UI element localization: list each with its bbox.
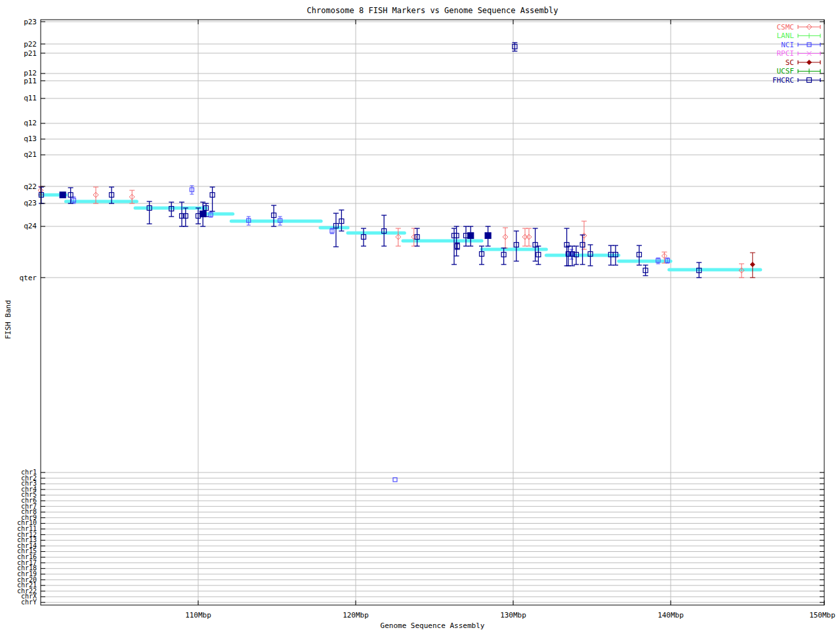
- marker-square: [485, 232, 491, 238]
- legend-label-SC: SC: [786, 58, 794, 67]
- band-tick-label: q11: [24, 94, 37, 102]
- legend-label-RPCI: RPCI: [777, 49, 795, 58]
- chart-canvas: p23p22p21p12p11q11q12q13q21q22q23q24qter…: [0, 0, 840, 630]
- band-tick-label: q21: [24, 150, 37, 159]
- axis-ticks: [41, 20, 824, 605]
- marker-diamond: [807, 60, 812, 65]
- legend-label-LANL: LANL: [777, 32, 795, 40]
- x-tick-label: 130Mbp: [500, 611, 526, 620]
- series-NCI: [72, 186, 669, 482]
- x-tick-label: 140Mbp: [658, 611, 684, 620]
- legend-sample-SC: [798, 60, 820, 65]
- legend-sample-UCSF: [798, 69, 820, 74]
- band-tick-label: p11: [24, 77, 37, 85]
- marker-diamond: [750, 262, 755, 267]
- legend-sample-NCI: [798, 43, 820, 47]
- legend-sample-CSMC: [798, 24, 820, 30]
- marker-square: [200, 211, 206, 217]
- legend-sample-RPCI: [798, 51, 820, 56]
- legend-label-CSMC: CSMC: [777, 23, 795, 32]
- fish-band-segments: [41, 195, 761, 270]
- x-tick-label: 110Mbp: [185, 611, 211, 620]
- series-FHCRC: [39, 43, 702, 278]
- legend-label-UCSF: UCSF: [777, 67, 795, 75]
- band-tick-label: q13: [24, 135, 37, 143]
- band-tick-label: p23: [24, 18, 37, 26]
- marker-plus: [807, 33, 812, 39]
- band-tick-label: qter: [20, 274, 37, 282]
- legend-sample-FHCRC: [798, 78, 820, 83]
- fish-marker-chart: Chromosome 8 FISH Markers vs Genome Sequ…: [0, 0, 840, 630]
- series-SC: [750, 253, 755, 278]
- band-tick-label: p21: [24, 49, 37, 58]
- x-tick-label: 120Mbp: [343, 611, 369, 620]
- band-tick-label: q23: [24, 199, 37, 207]
- x-tick-label: 150Mbp: [809, 611, 835, 620]
- band-tick-label: q22: [24, 182, 37, 191]
- legend-label-NCI: NCI: [781, 41, 794, 49]
- gridlines: [41, 20, 824, 605]
- plot-border: [41, 20, 824, 605]
- legend-sample-LANL: [798, 33, 820, 39]
- legend-label-FHCRC: FHCRC: [772, 76, 794, 85]
- band-tick-label: q12: [24, 119, 37, 127]
- marker-plus: [807, 69, 812, 74]
- band-tick-label: p22: [24, 40, 37, 49]
- marker-square: [60, 192, 66, 198]
- marker-square: [468, 232, 474, 238]
- band-tick-label: q24: [24, 222, 37, 230]
- chr-tick-label: chrY: [21, 598, 37, 606]
